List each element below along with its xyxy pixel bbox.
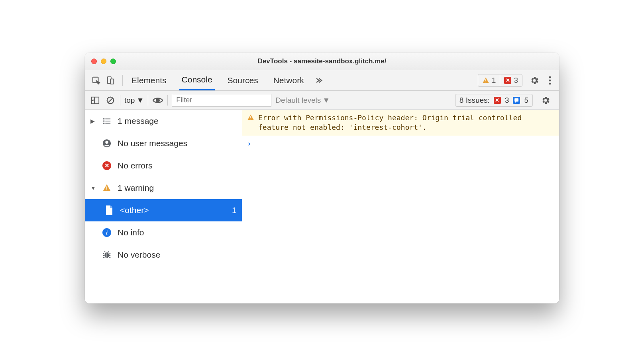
levels-label: Default levels [275, 96, 321, 105]
errors-count: 3 [514, 76, 518, 85]
log-levels-selector[interactable]: Default levels ▼ [275, 96, 330, 105]
status-badges: 1 ✕ 3 [478, 74, 522, 87]
console-sidebar: ▶ 1 message No user messages ✕ No errors [85, 110, 242, 303]
live-expression-icon[interactable] [152, 95, 163, 106]
close-window-button[interactable] [91, 59, 97, 64]
svg-rect-19 [105, 123, 110, 124]
console-toolbar: top ▼ Default levels ▼ 8 Issues: ✕ 3 5 [85, 91, 559, 110]
svg-rect-13 [514, 98, 518, 102]
device-toggle-icon[interactable] [105, 75, 116, 86]
subbar-divider [148, 95, 148, 106]
svg-line-11 [108, 98, 113, 102]
tab-network[interactable]: Network [271, 70, 306, 90]
svg-point-16 [103, 120, 105, 122]
settings-gear-icon[interactable] [526, 76, 543, 85]
more-menu-icon[interactable] [546, 76, 554, 85]
user-icon [102, 139, 112, 148]
panel-tabs: Elements Console Sources Network [129, 70, 306, 90]
info-icon: i [102, 228, 112, 237]
sidebar-warning-other[interactable]: <other> 1 [85, 199, 242, 221]
sidebar-errors-label: No errors [118, 161, 153, 170]
error-icon: ✕ [102, 161, 112, 170]
svg-point-12 [156, 98, 160, 102]
subbar-divider [120, 95, 120, 106]
svg-point-6 [549, 79, 551, 81]
svg-rect-27 [250, 119, 251, 119]
console-settings-gear-icon[interactable] [537, 96, 554, 105]
warnings-count: 1 [492, 76, 496, 85]
chevron-down-icon: ▼ [136, 96, 144, 105]
devtools-window: DevTools - samesite-sandbox.glitch.me/ E… [85, 53, 559, 303]
warning-icon [247, 113, 254, 133]
sidebar-messages-label: 1 message [118, 116, 159, 126]
sidebar-user-label: No user messages [118, 139, 187, 148]
issues-button[interactable]: 8 Issues: ✕ 3 5 [455, 94, 533, 107]
prompt-caret-icon: › [247, 139, 251, 148]
maximize-window-button[interactable] [110, 59, 116, 64]
error-icon: ✕ [494, 97, 501, 104]
tab-sources[interactable]: Sources [225, 70, 261, 90]
svg-rect-22 [106, 186, 107, 189]
svg-rect-17 [105, 121, 110, 121]
main-toolbar: Elements Console Sources Network 1 ✕ 3 [85, 70, 559, 91]
svg-rect-3 [485, 79, 486, 81]
svg-point-14 [103, 118, 105, 120]
svg-rect-23 [106, 190, 107, 190]
sidebar-info[interactable]: i No info [85, 221, 242, 244]
sidebar-errors[interactable]: ✕ No errors [85, 155, 242, 177]
list-icon [102, 117, 112, 125]
caret-right-icon: ▶ [90, 118, 96, 124]
svg-rect-15 [105, 119, 110, 119]
toolbar-divider [122, 75, 123, 86]
svg-point-7 [549, 82, 551, 84]
warnings-badge[interactable]: 1 [478, 74, 500, 86]
issues-errors-count: 3 [505, 96, 509, 105]
sidebar-other-count: 1 [232, 206, 236, 215]
sidebar-other-label: <other> [120, 205, 149, 215]
tab-console[interactable]: Console [179, 70, 215, 90]
errors-badge[interactable]: ✕ 3 [500, 74, 522, 86]
svg-rect-2 [110, 79, 114, 84]
error-icon: ✕ [504, 77, 511, 84]
filter-input[interactable] [172, 94, 271, 107]
context-label: top [124, 96, 135, 105]
sidebar-verbose-label: No verbose [118, 250, 160, 260]
issues-label: 8 Issues: [459, 96, 490, 105]
console-warning-row[interactable]: Error with Permissions-Policy header: Or… [242, 110, 559, 136]
tab-elements[interactable]: Elements [129, 70, 169, 90]
bug-icon [102, 250, 112, 259]
context-selector[interactable]: top ▼ [124, 96, 144, 105]
svg-point-5 [549, 76, 551, 78]
svg-rect-26 [250, 116, 251, 118]
sidebar-info-label: No info [118, 228, 144, 237]
sidebar-warnings[interactable]: ▼ 1 warning [85, 177, 242, 199]
warning-icon [102, 184, 112, 192]
file-icon [104, 205, 114, 215]
traffic-lights [91, 59, 116, 64]
svg-point-18 [103, 123, 105, 124]
info-icon [513, 97, 520, 104]
issues-info-count: 5 [524, 96, 528, 105]
console-output: Error with Permissions-Policy header: Or… [242, 110, 559, 303]
more-tabs-chevron-icon[interactable] [314, 76, 322, 84]
chevron-down-icon: ▼ [322, 96, 330, 105]
console-body: ▶ 1 message No user messages ✕ No errors [85, 110, 559, 303]
warning-text: Error with Permissions-Policy header: Or… [258, 113, 554, 133]
titlebar: DevTools - samesite-sandbox.glitch.me/ [85, 53, 559, 70]
caret-down-icon: ▼ [90, 185, 96, 191]
sidebar-warnings-label: 1 warning [118, 183, 154, 193]
svg-rect-4 [485, 82, 486, 82]
sidebar-user-messages[interactable]: No user messages [85, 132, 242, 155]
subbar-divider [167, 95, 168, 106]
clear-console-icon[interactable] [105, 95, 116, 106]
console-prompt[interactable]: › [242, 136, 559, 151]
svg-point-21 [105, 141, 108, 144]
sidebar-verbose[interactable]: No verbose [85, 244, 242, 266]
toggle-sidebar-icon[interactable] [90, 95, 101, 106]
warning-icon [482, 77, 489, 84]
sidebar-messages[interactable]: ▶ 1 message [85, 110, 242, 132]
minimize-window-button[interactable] [101, 59, 106, 64]
window-title: DevTools - samesite-sandbox.glitch.me/ [258, 57, 387, 65]
inspect-element-icon[interactable] [90, 75, 102, 86]
